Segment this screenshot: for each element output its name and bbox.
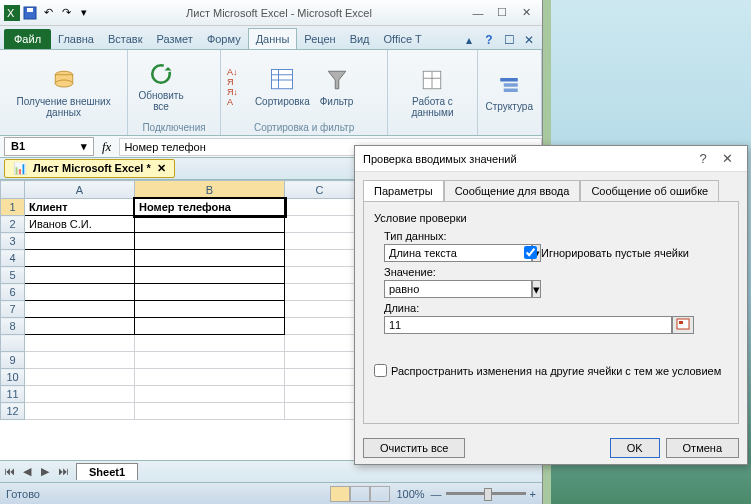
clear-filter-icon[interactable] [361, 57, 381, 75]
sort-za-icon[interactable]: Я↓А [227, 87, 247, 105]
dialog-tab-input-msg[interactable]: Сообщение для ввода [444, 180, 581, 202]
cell-b1[interactable]: Номер телефона [135, 199, 285, 216]
titlebar: X ↶ ↷ ▾ Лист Microsoft Excel - Microsoft… [0, 0, 542, 26]
cancel-button[interactable]: Отмена [666, 438, 739, 458]
svg-marker-8 [165, 67, 172, 71]
svg-rect-9 [272, 69, 293, 88]
tab-file[interactable]: Файл [4, 29, 51, 49]
edit-links-icon[interactable] [194, 97, 214, 115]
save-icon[interactable] [22, 5, 38, 21]
tab-view[interactable]: Вид [343, 29, 377, 49]
window-restore-icon[interactable]: ☐ [500, 31, 518, 49]
view-pagebreak-icon[interactable] [370, 486, 390, 502]
data-validation-dialog: Проверка вводимых значений ? ✕ Параметры… [354, 145, 748, 465]
length-input[interactable] [384, 316, 672, 334]
svg-text:X: X [7, 7, 15, 19]
sheet-tab[interactable]: Sheet1 [76, 463, 138, 480]
dialog-close-icon[interactable]: ✕ [715, 151, 739, 166]
namebox-dropdown-icon[interactable]: ▾ [81, 140, 87, 153]
fx-icon[interactable]: fx [94, 139, 119, 155]
svg-rect-21 [679, 321, 683, 324]
svg-rect-19 [504, 89, 518, 93]
svg-rect-3 [27, 8, 33, 12]
range-picker-icon[interactable] [672, 316, 694, 334]
zoom-out-icon[interactable]: — [431, 488, 442, 500]
tab-home[interactable]: Главна [51, 29, 101, 49]
minimize-button[interactable]: — [468, 6, 488, 20]
tab-review[interactable]: Рецен [297, 29, 342, 49]
value-label: Значение: [384, 266, 728, 278]
col-header-c[interactable]: C [285, 181, 355, 199]
filter-button[interactable]: Фильтр [318, 64, 356, 109]
col-header-a[interactable]: A [25, 181, 135, 199]
reapply-icon[interactable] [361, 77, 381, 95]
ribbon-tabs: Файл Главна Вставк Размет Форму Данны Ре… [0, 26, 542, 50]
value-select[interactable] [384, 280, 532, 298]
ribbon: Получение внешних данных Обновить все По… [0, 50, 542, 136]
view-normal-icon[interactable] [330, 486, 350, 502]
advanced-filter-icon[interactable] [361, 97, 381, 115]
name-box[interactable]: B1 ▾ [4, 137, 94, 156]
dialog-title: Проверка вводимых значений [363, 153, 691, 165]
cell-a2[interactable]: Иванов С.И. [25, 216, 135, 233]
sheet-next-icon[interactable]: ▶ [36, 465, 54, 478]
sort-az-icon[interactable]: А↓Я [227, 67, 247, 85]
zoom-level[interactable]: 100% [396, 488, 424, 500]
undo-icon[interactable]: ↶ [40, 5, 56, 21]
properties-icon[interactable] [194, 77, 214, 95]
tab-layout[interactable]: Размет [150, 29, 200, 49]
excel-icon: X [4, 5, 20, 21]
sheet-prev-icon[interactable]: ◀ [18, 465, 36, 478]
doc-tab-close-icon[interactable]: ✕ [157, 162, 166, 175]
redo-icon[interactable]: ↷ [58, 5, 74, 21]
outline-button[interactable]: Структура [484, 69, 535, 114]
view-layout-icon[interactable] [350, 486, 370, 502]
section-label: Условие проверки [374, 212, 728, 224]
clear-all-button[interactable]: Очистить все [363, 438, 465, 458]
close-button[interactable]: ✕ [516, 6, 536, 20]
status-text: Готово [6, 488, 40, 500]
svg-marker-13 [328, 71, 346, 89]
sheet-first-icon[interactable]: ⏮ [0, 465, 18, 478]
value-dropdown-icon[interactable]: ▾ [532, 280, 541, 298]
dialog-help-icon[interactable]: ? [691, 151, 715, 166]
sort-button[interactable]: Сортировка [253, 64, 312, 109]
type-select[interactable] [384, 244, 532, 262]
zoom-slider[interactable] [446, 492, 526, 495]
external-data-button[interactable]: Получение внешних данных [6, 64, 121, 120]
tab-formulas[interactable]: Форму [200, 29, 248, 49]
help-icon[interactable]: ? [480, 31, 498, 49]
document-tab[interactable]: 📊 Лист Microsoft Excel * ✕ [4, 159, 175, 178]
refresh-all-button[interactable]: Обновить все [134, 58, 188, 114]
cell-a1[interactable]: Клиент [25, 199, 135, 216]
tab-insert[interactable]: Вставк [101, 29, 150, 49]
type-label: Тип данных: [384, 230, 504, 242]
connections-icon[interactable] [194, 57, 214, 75]
col-header-b[interactable]: B [135, 181, 285, 199]
dialog-tab-error-msg[interactable]: Сообщение об ошибке [580, 180, 719, 202]
dialog-tab-params[interactable]: Параметры [363, 180, 444, 202]
svg-rect-18 [504, 83, 518, 87]
svg-point-6 [55, 80, 73, 87]
window-title: Лист Microsoft Excel - Microsoft Excel [96, 7, 462, 19]
data-tools-button[interactable]: Работа с данными [394, 64, 470, 120]
svg-rect-17 [501, 78, 519, 82]
zoom-in-icon[interactable]: + [530, 488, 536, 500]
mdi-close-icon[interactable]: ✕ [520, 31, 538, 49]
maximize-button[interactable]: ☐ [492, 6, 512, 20]
ok-button[interactable]: OK [610, 438, 660, 458]
tab-office[interactable]: Office T [377, 29, 429, 49]
excel-doc-icon: 📊 [13, 162, 27, 175]
ribbon-minimize-icon[interactable]: ▴ [460, 31, 478, 49]
ignore-blank-checkbox[interactable] [524, 246, 537, 259]
qat-dropdown-icon[interactable]: ▾ [76, 5, 92, 21]
tab-data[interactable]: Данны [248, 28, 298, 49]
propagate-checkbox[interactable] [374, 364, 387, 377]
length-label: Длина: [384, 302, 728, 314]
sheet-last-icon[interactable]: ⏭ [54, 465, 72, 478]
